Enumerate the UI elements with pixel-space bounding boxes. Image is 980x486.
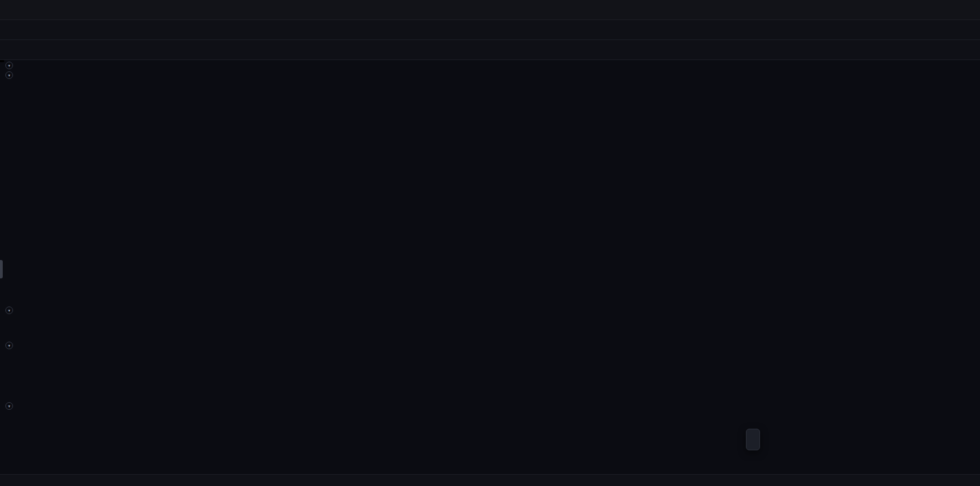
drawing-toolbar [0,40,980,60]
collapse-volume-icon[interactable]: ▾ [5,342,13,349]
pane-resize-grip[interactable] [0,260,3,278]
collapse-rsi-icon[interactable]: ▾ [5,402,13,410]
ohlc-legend: ▾ [5,62,60,69]
collapse-macd-icon[interactable]: ▾ [5,307,13,314]
drawing-float-toolbar [746,429,760,450]
indicator-bar [0,474,980,486]
boll-legend: ▾ [5,71,32,79]
rsi-legend: ▾ [5,402,32,410]
macd-legend: ▾ [5,307,32,314]
trading-app: ▾ ▾ ▾ ▾ [0,0,980,486]
crosshair-date-tooltip [0,60,4,62]
collapse-boll-icon[interactable]: ▾ [5,71,13,79]
price-chart[interactable] [0,60,980,474]
volume-legend: ▾ [5,342,37,349]
collapse-main-pane-icon[interactable]: ▾ [5,62,13,69]
chart-area: ▾ ▾ ▾ ▾ [0,60,980,474]
ticker-tab-bar [0,0,980,20]
main-toolbar [0,20,980,40]
